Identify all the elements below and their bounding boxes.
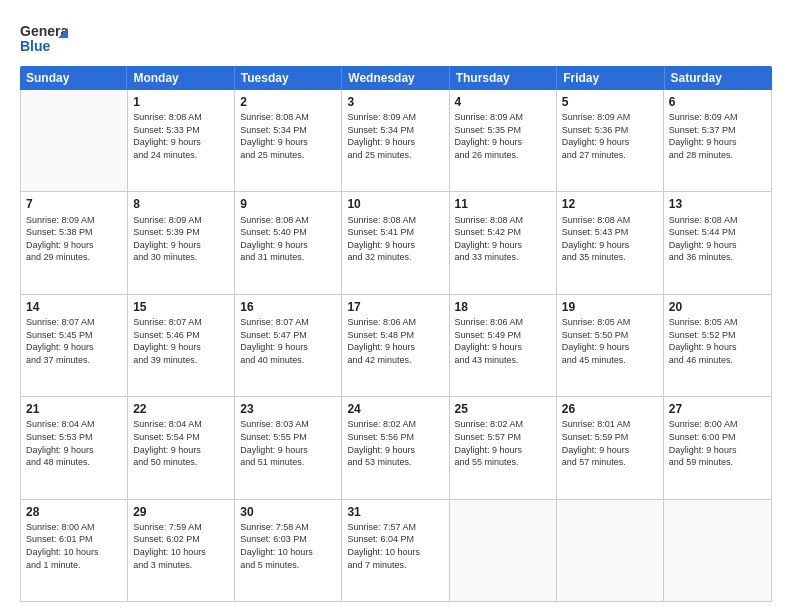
day-number: 13 (669, 196, 766, 212)
sun-info: Sunrise: 8:05 AMSunset: 5:50 PMDaylight:… (562, 316, 658, 366)
day-number: 7 (26, 196, 122, 212)
calendar-week-row: 28Sunrise: 8:00 AMSunset: 6:01 PMDayligh… (21, 500, 771, 601)
sun-info: Sunrise: 8:08 AMSunset: 5:34 PMDaylight:… (240, 111, 336, 161)
calendar-cell: 30Sunrise: 7:58 AMSunset: 6:03 PMDayligh… (235, 500, 342, 601)
calendar-cell (450, 500, 557, 601)
calendar-cell: 11Sunrise: 8:08 AMSunset: 5:42 PMDayligh… (450, 192, 557, 293)
calendar-week-row: 14Sunrise: 8:07 AMSunset: 5:45 PMDayligh… (21, 295, 771, 397)
day-number: 17 (347, 299, 443, 315)
calendar-cell: 22Sunrise: 8:04 AMSunset: 5:54 PMDayligh… (128, 397, 235, 498)
calendar-cell: 25Sunrise: 8:02 AMSunset: 5:57 PMDayligh… (450, 397, 557, 498)
day-number: 6 (669, 94, 766, 110)
calendar-cell: 2Sunrise: 8:08 AMSunset: 5:34 PMDaylight… (235, 90, 342, 191)
day-number: 27 (669, 401, 766, 417)
calendar-cell: 4Sunrise: 8:09 AMSunset: 5:35 PMDaylight… (450, 90, 557, 191)
day-number: 26 (562, 401, 658, 417)
calendar-header: SundayMondayTuesdayWednesdayThursdayFrid… (20, 66, 772, 90)
day-number: 18 (455, 299, 551, 315)
calendar-cell: 31Sunrise: 7:57 AMSunset: 6:04 PMDayligh… (342, 500, 449, 601)
day-number: 25 (455, 401, 551, 417)
day-number: 24 (347, 401, 443, 417)
sun-info: Sunrise: 8:09 AMSunset: 5:36 PMDaylight:… (562, 111, 658, 161)
sun-info: Sunrise: 8:07 AMSunset: 5:45 PMDaylight:… (26, 316, 122, 366)
sun-info: Sunrise: 8:00 AMSunset: 6:01 PMDaylight:… (26, 521, 122, 571)
day-number: 14 (26, 299, 122, 315)
calendar-header-cell: Friday (557, 66, 664, 90)
calendar-cell: 20Sunrise: 8:05 AMSunset: 5:52 PMDayligh… (664, 295, 771, 396)
calendar-cell (557, 500, 664, 601)
calendar-header-cell: Thursday (450, 66, 557, 90)
day-number: 15 (133, 299, 229, 315)
day-number: 16 (240, 299, 336, 315)
calendar-header-cell: Wednesday (342, 66, 449, 90)
calendar-cell: 14Sunrise: 8:07 AMSunset: 5:45 PMDayligh… (21, 295, 128, 396)
svg-text:Blue: Blue (20, 38, 51, 54)
logo-icon: General Blue (20, 18, 68, 56)
sun-info: Sunrise: 8:08 AMSunset: 5:44 PMDaylight:… (669, 214, 766, 264)
day-number: 23 (240, 401, 336, 417)
calendar-cell: 19Sunrise: 8:05 AMSunset: 5:50 PMDayligh… (557, 295, 664, 396)
day-number: 19 (562, 299, 658, 315)
calendar-cell: 6Sunrise: 8:09 AMSunset: 5:37 PMDaylight… (664, 90, 771, 191)
sun-info: Sunrise: 7:57 AMSunset: 6:04 PMDaylight:… (347, 521, 443, 571)
calendar: SundayMondayTuesdayWednesdayThursdayFrid… (20, 66, 772, 602)
calendar-cell: 3Sunrise: 8:09 AMSunset: 5:34 PMDaylight… (342, 90, 449, 191)
calendar-cell: 29Sunrise: 7:59 AMSunset: 6:02 PMDayligh… (128, 500, 235, 601)
calendar-cell: 1Sunrise: 8:08 AMSunset: 5:33 PMDaylight… (128, 90, 235, 191)
sun-info: Sunrise: 7:58 AMSunset: 6:03 PMDaylight:… (240, 521, 336, 571)
calendar-cell: 5Sunrise: 8:09 AMSunset: 5:36 PMDaylight… (557, 90, 664, 191)
calendar-cell: 17Sunrise: 8:06 AMSunset: 5:48 PMDayligh… (342, 295, 449, 396)
day-number: 20 (669, 299, 766, 315)
day-number: 29 (133, 504, 229, 520)
sun-info: Sunrise: 8:09 AMSunset: 5:37 PMDaylight:… (669, 111, 766, 161)
day-number: 9 (240, 196, 336, 212)
day-number: 21 (26, 401, 122, 417)
calendar-cell: 12Sunrise: 8:08 AMSunset: 5:43 PMDayligh… (557, 192, 664, 293)
sun-info: Sunrise: 8:08 AMSunset: 5:40 PMDaylight:… (240, 214, 336, 264)
calendar-cell: 28Sunrise: 8:00 AMSunset: 6:01 PMDayligh… (21, 500, 128, 601)
calendar-cell (664, 500, 771, 601)
sun-info: Sunrise: 8:01 AMSunset: 5:59 PMDaylight:… (562, 418, 658, 468)
calendar-cell: 16Sunrise: 8:07 AMSunset: 5:47 PMDayligh… (235, 295, 342, 396)
header: General Blue (20, 18, 772, 56)
day-number: 10 (347, 196, 443, 212)
day-number: 11 (455, 196, 551, 212)
calendar-cell: 9Sunrise: 8:08 AMSunset: 5:40 PMDaylight… (235, 192, 342, 293)
sun-info: Sunrise: 8:02 AMSunset: 5:57 PMDaylight:… (455, 418, 551, 468)
sun-info: Sunrise: 8:09 AMSunset: 5:39 PMDaylight:… (133, 214, 229, 264)
calendar-header-cell: Monday (127, 66, 234, 90)
day-number: 12 (562, 196, 658, 212)
calendar-header-cell: Saturday (665, 66, 772, 90)
day-number: 22 (133, 401, 229, 417)
sun-info: Sunrise: 8:08 AMSunset: 5:43 PMDaylight:… (562, 214, 658, 264)
day-number: 30 (240, 504, 336, 520)
sun-info: Sunrise: 8:03 AMSunset: 5:55 PMDaylight:… (240, 418, 336, 468)
sun-info: Sunrise: 7:59 AMSunset: 6:02 PMDaylight:… (133, 521, 229, 571)
day-number: 4 (455, 94, 551, 110)
calendar-cell: 10Sunrise: 8:08 AMSunset: 5:41 PMDayligh… (342, 192, 449, 293)
logo: General Blue (20, 18, 68, 56)
day-number: 31 (347, 504, 443, 520)
sun-info: Sunrise: 8:08 AMSunset: 5:42 PMDaylight:… (455, 214, 551, 264)
day-number: 3 (347, 94, 443, 110)
calendar-body: 1Sunrise: 8:08 AMSunset: 5:33 PMDaylight… (20, 90, 772, 602)
calendar-cell: 8Sunrise: 8:09 AMSunset: 5:39 PMDaylight… (128, 192, 235, 293)
sun-info: Sunrise: 8:04 AMSunset: 5:53 PMDaylight:… (26, 418, 122, 468)
calendar-cell: 18Sunrise: 8:06 AMSunset: 5:49 PMDayligh… (450, 295, 557, 396)
calendar-week-row: 7Sunrise: 8:09 AMSunset: 5:38 PMDaylight… (21, 192, 771, 294)
sun-info: Sunrise: 8:06 AMSunset: 5:48 PMDaylight:… (347, 316, 443, 366)
day-number: 28 (26, 504, 122, 520)
sun-info: Sunrise: 8:07 AMSunset: 5:47 PMDaylight:… (240, 316, 336, 366)
sun-info: Sunrise: 8:05 AMSunset: 5:52 PMDaylight:… (669, 316, 766, 366)
calendar-cell: 24Sunrise: 8:02 AMSunset: 5:56 PMDayligh… (342, 397, 449, 498)
calendar-cell: 27Sunrise: 8:00 AMSunset: 6:00 PMDayligh… (664, 397, 771, 498)
sun-info: Sunrise: 8:06 AMSunset: 5:49 PMDaylight:… (455, 316, 551, 366)
page: General Blue SundayMondayTuesdayWednesda… (0, 0, 792, 612)
calendar-header-cell: Sunday (20, 66, 127, 90)
day-number: 8 (133, 196, 229, 212)
day-number: 1 (133, 94, 229, 110)
sun-info: Sunrise: 8:00 AMSunset: 6:00 PMDaylight:… (669, 418, 766, 468)
calendar-cell: 13Sunrise: 8:08 AMSunset: 5:44 PMDayligh… (664, 192, 771, 293)
calendar-cell: 15Sunrise: 8:07 AMSunset: 5:46 PMDayligh… (128, 295, 235, 396)
calendar-cell: 26Sunrise: 8:01 AMSunset: 5:59 PMDayligh… (557, 397, 664, 498)
